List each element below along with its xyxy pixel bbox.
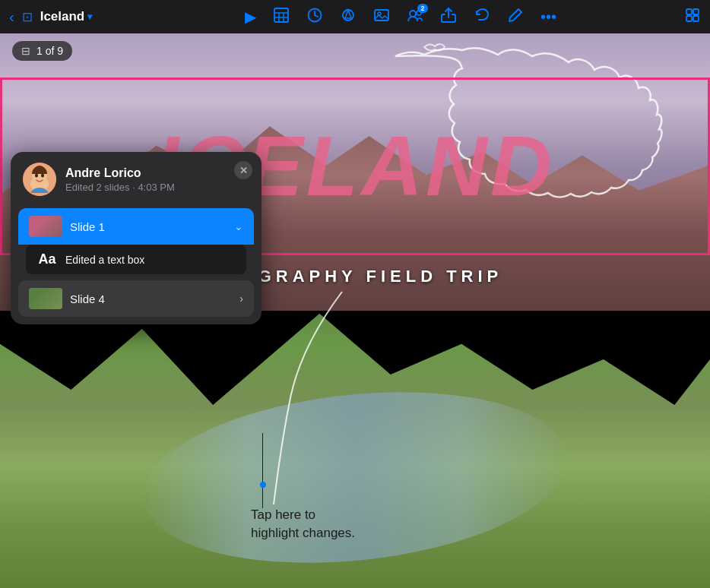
slide-4-label: Slide 4 — [70, 292, 232, 305]
share-button[interactable] — [440, 7, 457, 27]
slide-1-chevron-icon: ⌄ — [234, 220, 243, 232]
slide-1-header[interactable]: Slide 1 ⌄ — [18, 208, 254, 245]
play-button[interactable]: ▶ — [245, 8, 256, 26]
slide-counter-text: 1 of 9 — [36, 45, 63, 57]
tap-hint-line1: Tap here to — [251, 506, 355, 524]
pen-button[interactable] — [507, 7, 524, 27]
svg-rect-13 — [686, 9, 692, 14]
top-bar-right — [640, 7, 701, 27]
slide-counter: ⊟ 1 of 9 — [12, 41, 72, 61]
top-bar: ‹ ⊡ Iceland ▾ ▶ — [0, 0, 710, 33]
back-button[interactable]: ‹ — [9, 8, 14, 26]
blue-indicator-dot — [260, 482, 266, 488]
svg-point-21 — [41, 174, 44, 178]
more-button[interactable]: ••• — [540, 8, 556, 26]
tap-hint-line2: highlight changes. — [251, 524, 355, 542]
collab-info: Andre Lorico Edited 2 slides · 4:03 PM — [65, 166, 249, 193]
slide-4-item[interactable]: Slide 4 › — [18, 280, 254, 317]
collab-header: Andre Lorico Edited 2 slides · 4:03 PM ✕ — [11, 152, 261, 205]
table-button[interactable] — [273, 7, 290, 27]
slide-1-item[interactable]: Slide 1 ⌄ Aa Edited a text box — [18, 208, 254, 277]
shapes-button[interactable] — [340, 7, 357, 27]
tap-indicator-line — [262, 433, 263, 508]
media-button[interactable] — [373, 7, 390, 27]
controls-button[interactable] — [684, 7, 701, 27]
clock-button[interactable] — [306, 7, 323, 27]
svg-rect-9 — [375, 10, 388, 21]
svg-rect-0 — [274, 8, 288, 22]
title-chevron-icon: ▾ — [87, 11, 92, 22]
slide-1-thumbnail — [29, 216, 62, 237]
svg-point-11 — [410, 11, 416, 17]
edit-textbox-row: Aa Edited a text box — [26, 245, 246, 274]
collab-user-name: Andre Lorico — [65, 166, 249, 180]
textbox-icon: Aa — [36, 251, 58, 267]
edit-textbox-label: Edited a text box — [65, 254, 144, 266]
collab-popup: Andre Lorico Edited 2 slides · 4:03 PM ✕… — [11, 152, 261, 324]
slide-1-label: Slide 1 — [70, 220, 227, 233]
slide-4-chevron-icon: › — [239, 292, 243, 305]
document-title-text: Iceland — [40, 9, 85, 24]
toolbar-center: ▶ — [161, 7, 640, 27]
collab-badge: 2 — [417, 4, 428, 13]
slides-icon: ⊟ — [21, 45, 30, 57]
svg-line-7 — [315, 15, 318, 17]
slide-4-thumbnail — [29, 288, 62, 309]
svg-point-20 — [35, 174, 38, 178]
svg-rect-15 — [686, 16, 692, 21]
collab-button[interactable]: 2 — [407, 7, 423, 27]
tap-hint-text[interactable]: Tap here to highlight changes. — [251, 506, 355, 542]
user-avatar — [23, 163, 56, 196]
document-title[interactable]: Iceland ▾ — [40, 9, 93, 24]
slide-4-header[interactable]: Slide 4 › — [18, 280, 254, 317]
top-bar-left: ‹ ⊡ Iceland ▾ — [9, 8, 161, 26]
collab-user-meta: Edited 2 slides · 4:03 PM — [65, 182, 249, 193]
svg-rect-14 — [693, 9, 699, 14]
sidebar-toggle-button[interactable]: ⊡ — [22, 9, 33, 25]
collab-close-button[interactable]: ✕ — [234, 161, 252, 179]
svg-rect-16 — [693, 16, 699, 21]
undo-button[interactable] — [474, 7, 490, 27]
